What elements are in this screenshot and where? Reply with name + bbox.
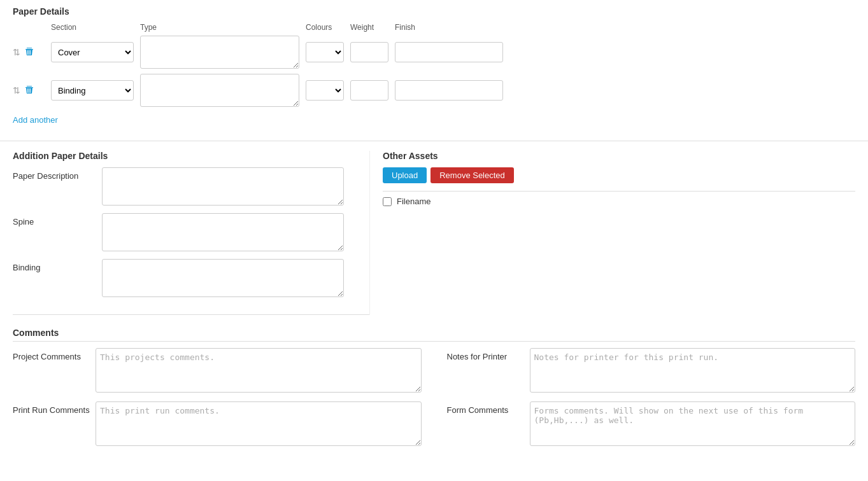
project-comments-textarea[interactable] <box>96 348 422 393</box>
delete-row-2-button[interactable] <box>23 83 36 98</box>
addition-paper-details-section: Addition Paper Details Paper Description… <box>13 151 369 315</box>
paper-row-2: ⇅ Cover Text Binding Insert 1 2 3 4 <box>13 74 855 107</box>
paper-details-title: Paper Details <box>13 6 855 17</box>
header-colours: Colours <box>306 23 344 32</box>
row-2-controls: ⇅ <box>13 83 45 98</box>
filename-checkbox[interactable] <box>383 197 392 206</box>
comments-section: Comments Project Comments Print Run Comm… <box>13 328 855 455</box>
assets-buttons: Upload Remove Selected <box>383 167 855 183</box>
binding-textarea[interactable] <box>102 259 344 297</box>
weight-input-1[interactable] <box>350 42 388 62</box>
colours-select-2[interactable]: 1 2 3 4 <box>306 80 344 101</box>
form-comments-textarea[interactable] <box>530 401 856 446</box>
notes-for-printer-textarea[interactable] <box>530 348 856 393</box>
header-weight: Weight <box>350 23 388 32</box>
spine-group: Spine <box>13 213 344 251</box>
form-comments-label: Form Comments <box>447 401 530 415</box>
paper-description-textarea[interactable] <box>102 167 344 206</box>
header-finish: Finish <box>395 23 503 32</box>
assets-table-header: Filename <box>383 191 855 206</box>
project-comments-group: Project Comments <box>13 348 422 393</box>
paper-details-section: Paper Details Section Type Colours Weigh… <box>13 6 855 134</box>
header-type: Type <box>140 23 299 32</box>
type-textarea-2[interactable] <box>140 74 299 107</box>
comments-left: Project Comments Print Run Comments <box>13 348 422 455</box>
form-comments-group: Form Comments <box>447 401 856 446</box>
notes-for-printer-label: Notes for Printer <box>447 348 530 361</box>
header-section: Section <box>51 23 134 32</box>
type-textarea-1[interactable] <box>140 36 299 69</box>
middle-section: Addition Paper Details Paper Description… <box>13 151 855 315</box>
divider-1 <box>0 141 868 141</box>
weight-input-2[interactable] <box>350 80 388 101</box>
print-run-comments-textarea[interactable] <box>96 401 422 446</box>
paper-description-label: Paper Description <box>13 167 102 181</box>
paper-row-1: ⇅ Cover Text Binding Insert 1 2 3 4 <box>13 36 855 69</box>
notes-for-printer-group: Notes for Printer <box>447 348 856 393</box>
addition-paper-details-title: Addition Paper Details <box>13 151 344 161</box>
project-comments-label: Project Comments <box>13 348 96 361</box>
filename-label: Filename <box>397 197 430 206</box>
drag-handle-2[interactable]: ⇅ <box>13 85 20 95</box>
print-run-comments-group: Print Run Comments <box>13 401 422 446</box>
print-run-comments-label: Print Run Comments <box>13 401 96 415</box>
paper-row-headers: Section Type Colours Weight Finish <box>51 23 855 33</box>
colours-select-1[interactable]: 1 2 3 4 <box>306 42 344 62</box>
finish-input-2[interactable] <box>395 80 503 101</box>
section-select-1[interactable]: Cover Text Binding Insert <box>51 42 134 62</box>
finish-input-1[interactable] <box>395 42 503 62</box>
other-assets-title: Other Assets <box>383 151 855 161</box>
row-1-controls: ⇅ <box>13 45 45 60</box>
comments-title: Comments <box>13 328 855 342</box>
section-select-2[interactable]: Cover Text Binding Insert <box>51 80 134 101</box>
drag-handle-1[interactable]: ⇅ <box>13 47 20 57</box>
add-another-link[interactable]: Add another <box>13 115 58 125</box>
comments-grid: Project Comments Print Run Comments Note… <box>13 348 855 455</box>
spine-textarea[interactable] <box>102 213 344 251</box>
comments-right: Notes for Printer Form Comments <box>447 348 856 455</box>
binding-group: Binding <box>13 259 344 297</box>
remove-selected-button[interactable]: Remove Selected <box>430 167 514 183</box>
paper-description-group: Paper Description <box>13 167 344 206</box>
binding-label: Binding <box>13 259 102 272</box>
delete-row-1-button[interactable] <box>23 45 36 60</box>
spine-label: Spine <box>13 213 102 227</box>
upload-button[interactable]: Upload <box>383 167 427 183</box>
other-assets-section: Other Assets Upload Remove Selected File… <box>369 151 855 315</box>
